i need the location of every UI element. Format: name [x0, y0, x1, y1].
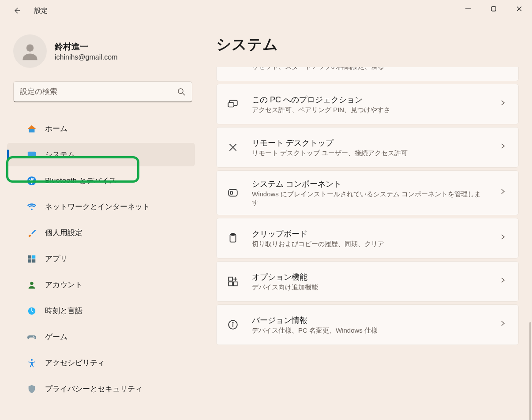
card-system-components[interactable]: システム コンポーネント Windows にプレインストールされているシステム …: [216, 170, 519, 215]
svg-rect-28: [229, 282, 232, 286]
maximize-button[interactable]: [481, 0, 506, 18]
window-title: 設定: [34, 7, 48, 15]
sidebar-item-label: ゲーム: [45, 332, 67, 342]
sidebar-item-label: ネットワークとインターネット: [45, 202, 150, 212]
sidebar-item-system[interactable]: システム: [7, 143, 195, 166]
svg-rect-23: [231, 191, 232, 195]
sidebar-item-personalization[interactable]: 個人用設定: [7, 221, 195, 244]
avatar: [13, 34, 47, 68]
paintbrush-icon: [26, 228, 37, 238]
card-subtitle: Windows にプレインストールされているシステム コンポーネントを管理します: [252, 190, 487, 207]
sidebar-item-label: システム: [45, 150, 75, 160]
sidebar-item-label: 時刻と言語: [45, 306, 82, 316]
page-title: システム: [216, 34, 519, 55]
card-title: クリップボード: [252, 229, 487, 239]
sidebar-item-label: Bluetooth とデバイス: [45, 176, 116, 186]
sidebar-item-label: プライバシーとセキュリティ: [45, 384, 142, 394]
card-subtitle: リセット、スタートアップの詳細設定、戻る: [252, 67, 487, 71]
svg-rect-26: [229, 277, 232, 281]
recovery-icon: [226, 67, 240, 68]
svg-point-4: [26, 44, 34, 52]
sidebar-item-label: アプリ: [45, 254, 67, 264]
chevron-right-icon: [500, 277, 509, 286]
titlebar: 設定: [0, 0, 532, 21]
sidebar-item-gaming[interactable]: ゲーム: [7, 325, 195, 349]
settings-window: 設定 鈴村進一 ichinihs@gmail.com: [0, 0, 532, 420]
sidebar-item-home[interactable]: ホーム: [7, 117, 195, 140]
profile-email: ichinihs@gmail.com: [55, 53, 118, 61]
card-subtitle: アクセス許可、ペアリング PIN、見つけやすさ: [252, 106, 487, 114]
sidebar-nav: ホーム システム Bluetooth とデバイス: [0, 116, 199, 402]
projection-icon: [226, 98, 240, 111]
sidebar-item-accounts[interactable]: アカウント: [7, 273, 195, 296]
sidebar-item-accessibility[interactable]: アクセシビリティ: [7, 351, 195, 375]
sidebar-item-bluetooth[interactable]: Bluetooth とデバイス: [7, 169, 195, 192]
scrollbar-thumb[interactable]: [529, 322, 531, 420]
minimize-button[interactable]: [455, 0, 481, 18]
info-icon: [226, 318, 240, 331]
clipboard-icon: [226, 232, 240, 245]
main-content: システム 回復 リセット、スタートアップの詳細設定、戻る: [199, 21, 532, 420]
card-remote-desktop[interactable]: リモート デスクトップ リモート デスクトップ ユーザー、接続アクセス許可: [216, 127, 519, 168]
wifi-icon: [26, 202, 37, 212]
card-optional-features[interactable]: オプション機能 デバイス向け追加機能: [216, 261, 519, 302]
card-title: システム コンポーネント: [252, 179, 487, 189]
svg-rect-10: [28, 255, 31, 258]
system-icon: [26, 150, 37, 160]
close-button[interactable]: [506, 0, 532, 18]
accessibility-icon: [26, 358, 37, 368]
card-clipboard[interactable]: クリップボード 切り取りおよびコピーの履歴、同期、クリア: [216, 218, 519, 259]
sidebar-item-label: ホーム: [45, 124, 67, 134]
card-title: リモート デスクトップ: [252, 138, 487, 148]
clock-globe-icon: [26, 306, 37, 316]
search-box[interactable]: [13, 81, 192, 102]
card-subtitle: デバイス仕様、PC 名変更、Windows 仕様: [252, 326, 487, 335]
search-icon: [177, 87, 186, 96]
card-recovery[interactable]: 回復 リセット、スタートアップの詳細設定、戻る: [216, 67, 519, 81]
svg-rect-22: [229, 189, 237, 196]
sidebar-item-privacy[interactable]: プライバシーとセキュリティ: [7, 377, 195, 401]
sidebar: 鈴村進一 ichinihs@gmail.com ホーム: [0, 21, 199, 420]
sidebar-item-time-language[interactable]: 時刻と言語: [7, 299, 195, 322]
card-subtitle: デバイス向け追加機能: [252, 283, 487, 292]
card-subtitle: 切り取りおよびコピーの履歴、同期、クリア: [252, 240, 487, 248]
card-subtitle: リモート デスクトップ ユーザー、接続アクセス許可: [252, 149, 487, 158]
sidebar-item-label: 個人用設定: [45, 228, 82, 238]
chevron-right-icon: [500, 320, 509, 329]
card-title: オプション機能: [252, 272, 487, 282]
chevron-right-icon: [500, 188, 509, 197]
search-input[interactable]: [20, 87, 177, 96]
apps-icon: [26, 254, 37, 264]
svg-point-31: [232, 322, 233, 323]
account-icon: [26, 280, 37, 290]
chevron-right-icon: [500, 100, 509, 109]
card-title: バージョン情報: [252, 315, 487, 326]
shield-icon: [26, 384, 37, 394]
sidebar-item-network[interactable]: ネットワークとインターネット: [7, 195, 195, 218]
settings-card-list: 回復 リセット、スタートアップの詳細設定、戻る この PC へのプロジェクション…: [216, 67, 519, 345]
sidebar-item-apps[interactable]: アプリ: [7, 247, 195, 270]
card-about[interactable]: バージョン情報 デバイス仕様、PC 名変更、Windows 仕様: [216, 304, 519, 345]
svg-rect-1: [491, 7, 496, 11]
svg-rect-13: [32, 259, 35, 262]
bluetooth-icon: [26, 176, 37, 186]
card-project-to-pc[interactable]: この PC へのプロジェクション アクセス許可、ペアリング PIN、見つけやすさ: [216, 84, 519, 124]
svg-rect-27: [233, 282, 237, 286]
chevron-right-icon: [500, 234, 509, 243]
svg-rect-12: [28, 259, 31, 262]
profile-name: 鈴村進一: [55, 41, 118, 52]
svg-point-18: [31, 359, 33, 360]
profile-block[interactable]: 鈴村進一 ichinihs@gmail.com: [0, 34, 199, 68]
svg-point-14: [30, 281, 33, 285]
svg-point-17: [34, 337, 35, 338]
svg-rect-8: [28, 156, 36, 157]
back-button[interactable]: [11, 5, 22, 16]
remote-desktop-icon: [226, 141, 240, 154]
svg-rect-11: [32, 255, 35, 258]
sidebar-item-label: アカウント: [45, 280, 82, 290]
window-controls: [455, 0, 532, 18]
chevron-right-icon: [500, 143, 509, 152]
gamepad-icon: [26, 332, 37, 342]
svg-point-5: [178, 89, 183, 94]
svg-rect-21: [228, 103, 234, 107]
